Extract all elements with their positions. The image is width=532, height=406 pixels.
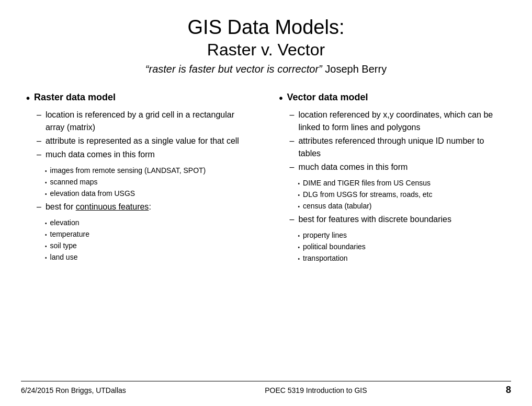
small-bullet-icon: • — [298, 191, 300, 199]
sub-sub-list: • DIME and TIGER files from US Census • … — [290, 178, 433, 212]
list-item-text: DLG from USGS for streams, roads, etc — [303, 189, 432, 200]
dash-icon: – — [37, 135, 41, 147]
list-item-text: best for continuous features: — [46, 201, 151, 213]
small-bullet-icon: • — [45, 219, 47, 227]
small-bullet-icon: • — [298, 180, 300, 188]
left-sub-list: – location is referenced by a grid cell … — [26, 109, 253, 263]
small-bullet-icon: • — [298, 243, 300, 251]
small-bullet-icon: • — [298, 203, 300, 211]
list-item-text: soil type — [50, 240, 77, 251]
right-column: • Vector data model – location reference… — [274, 92, 512, 381]
list-item: • elevation — [45, 217, 89, 228]
list-item-text: census data (tabular) — [303, 201, 372, 212]
small-bullet-icon: • — [298, 232, 300, 240]
list-item-text: elevation — [50, 217, 80, 228]
title-subtitle: Raster v. Vector — [21, 40, 511, 60]
slide-header: GIS Data Models: Raster v. Vector “raste… — [21, 10, 511, 76]
list-item-text: political boundaries — [303, 241, 366, 252]
dash-icon: – — [290, 213, 295, 226]
list-item: – much data comes in this form • images … — [37, 148, 253, 200]
list-item-text: location referenced by x,y coordinates, … — [298, 109, 506, 134]
list-item-text: location is referenced by a grid cell in… — [46, 109, 253, 134]
sub-sub-list: • elevation • temperature • soil type — [37, 217, 89, 263]
list-item: • census data (tabular) — [298, 201, 433, 212]
list-item: • transportation — [298, 253, 366, 264]
page-number: 8 — [506, 385, 511, 396]
slide-container: GIS Data Models: Raster v. Vector “raste… — [0, 0, 532, 406]
list-item: • political boundaries — [298, 241, 366, 252]
small-bullet-icon: • — [45, 190, 47, 198]
title-quote: “raster is faster but vector is correcto… — [21, 62, 511, 76]
list-item: • images from remote sensing (LANDSAT, S… — [45, 165, 206, 176]
list-item: • soil type — [45, 240, 89, 251]
left-column-title: Raster data model — [34, 92, 116, 103]
list-item-text: much data comes in this form — [298, 161, 408, 173]
list-item: • land use — [45, 252, 89, 263]
list-item-text: attributes referenced through unique ID … — [298, 135, 506, 160]
title-main: GIS Data Models: — [21, 16, 511, 40]
list-item-text: best for features with discrete boundari… — [298, 213, 451, 226]
dash-icon: – — [37, 201, 41, 213]
right-bullet-dot: • — [279, 92, 283, 105]
content-area: • Raster data model – location is refere… — [21, 92, 511, 381]
quote-italic: raster is faster but vector is corrector — [149, 63, 319, 75]
list-item: – attributes referenced through unique I… — [290, 135, 506, 160]
list-item-text: scanned maps — [50, 177, 98, 188]
list-item: – location is referenced by a grid cell … — [37, 109, 253, 134]
slide-footer: 6/24/2015 Ron Briggs, UTDallas POEC 5319… — [21, 381, 511, 396]
list-item-text: land use — [50, 252, 78, 263]
small-bullet-icon: • — [45, 167, 47, 175]
dash-icon: – — [37, 148, 41, 161]
dash-icon: – — [37, 109, 41, 121]
small-bullet-icon: • — [45, 179, 47, 187]
list-item: – best for continuous features: • elevat… — [37, 201, 253, 263]
footer-left: 6/24/2015 Ron Briggs, UTDallas — [21, 386, 126, 395]
list-item-text: images from remote sensing (LANDSAT, SPO… — [50, 165, 206, 176]
list-item-text: temperature — [50, 229, 89, 240]
left-column: • Raster data model – location is refere… — [21, 92, 258, 381]
list-item-text: much data comes in this form — [46, 148, 155, 161]
sub-sub-list: • property lines • political boundaries … — [290, 230, 366, 264]
small-bullet-icon: • — [45, 231, 47, 239]
right-column-header: • Vector data model — [279, 92, 506, 105]
list-item: • DLG from USGS for streams, roads, etc — [298, 189, 433, 200]
list-item: • temperature — [45, 229, 89, 240]
list-item-text: elevation data from USGS — [50, 188, 135, 199]
dash-icon: – — [290, 109, 295, 121]
dash-icon: – — [290, 135, 295, 147]
dash-icon: – — [290, 161, 295, 173]
list-item: • property lines — [298, 230, 366, 241]
list-item-text: DIME and TIGER files from US Census — [303, 178, 431, 189]
footer-center: POEC 5319 Introduction to GIS — [265, 386, 367, 395]
list-item: • elevation data from USGS — [45, 188, 206, 199]
list-item-text: property lines — [303, 230, 347, 241]
small-bullet-icon: • — [45, 254, 47, 262]
right-column-title: Vector data model — [287, 92, 368, 103]
right-sub-list: – location referenced by x,y coordinates… — [279, 109, 506, 264]
title-line1: GIS Data Models: — [188, 16, 345, 38]
list-item-text: attribute is represented as a single val… — [46, 135, 253, 147]
list-item-text: transportation — [303, 253, 348, 264]
left-column-header: • Raster data model — [26, 92, 253, 105]
quote-author: Joseph Berry — [325, 63, 387, 75]
small-bullet-icon: • — [298, 255, 300, 263]
list-item: – much data comes in this form • DIME an… — [290, 161, 506, 212]
left-bullet-dot: • — [26, 92, 30, 105]
small-bullet-icon: • — [45, 242, 47, 250]
list-item: – best for features with discrete bounda… — [290, 213, 506, 264]
list-item: • scanned maps — [45, 177, 206, 188]
list-item: – attribute is represented as a single v… — [37, 135, 253, 147]
sub-sub-list: • images from remote sensing (LANDSAT, S… — [37, 165, 206, 200]
title-line2: Raster v. Vector — [207, 40, 325, 59]
list-item: – location referenced by x,y coordinates… — [290, 109, 506, 134]
list-item: • DIME and TIGER files from US Census — [298, 178, 433, 189]
